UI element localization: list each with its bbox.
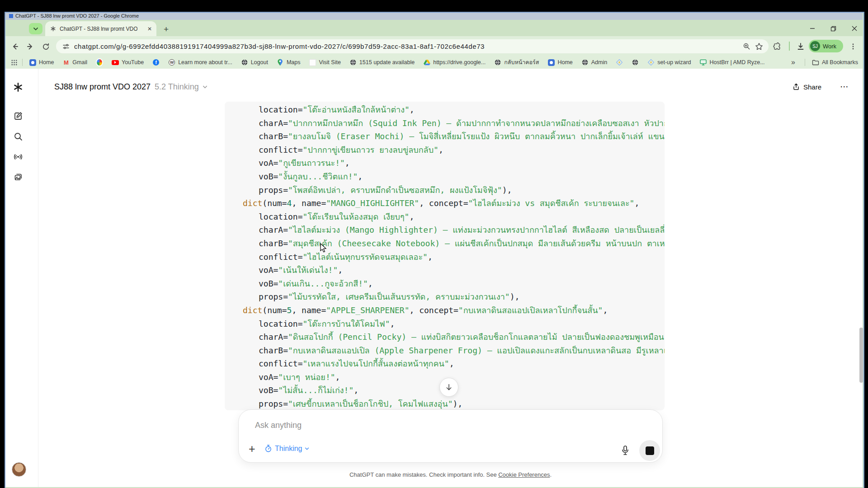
browser-menu-icon[interactable] [847,41,859,52]
share-label: Share [803,83,821,91]
address-bar[interactable]: chatgpt.com/g/g-6992efdd4038819191740499… [56,39,769,53]
all-bookmarks-button[interactable]: All Bookmarks [812,59,858,66]
bookmark-item[interactable]: MGmail [62,59,87,66]
back-button[interactable] [9,41,21,52]
microphone-icon [621,445,630,456]
chevron-down-icon [33,26,39,32]
bookmark-item[interactable]: Home [547,59,572,66]
zoom-icon[interactable] [743,42,750,50]
bookmark-label: Gmail [72,59,87,66]
bolt-icon [616,59,623,66]
minimize-button[interactable] [806,24,819,33]
library-icon[interactable] [12,171,24,183]
bookmark-label: Visit Site [319,59,340,66]
bookmark-label: Logout [251,59,268,66]
footer-text: ChatGPT can make mistakes. Check importa… [349,471,498,478]
bookmark-item[interactable]: WLearn more about tr... [168,59,232,66]
bookmark-item[interactable]: f [152,59,160,66]
footer-period: . [550,471,552,478]
mic-button[interactable] [619,444,631,457]
code-line: voB="งั้นกูลบ...ชีวิตแก!", [225,170,665,183]
bookmark-item[interactable]: 1515 update available [349,59,415,66]
conversation-menu-icon[interactable]: ⋯ [840,81,849,92]
active-tab[interactable]: ChatGPT - SJ88 lnw promt VDO ✕ [45,21,156,36]
close-window-button[interactable] [848,24,861,33]
stop-button[interactable] [639,440,660,461]
bookmark-label: YouTube [122,59,144,66]
photos-icon [96,59,103,66]
bookmark-label: Home [557,59,572,66]
bookmark-item[interactable]: Visit Site [309,59,340,66]
bookmark-item[interactable]: Maps [277,59,301,66]
user-avatar[interactable] [12,462,26,477]
reload-button[interactable] [40,41,52,52]
bolt-icon [647,59,655,66]
code-line: location="โต๊ะเรียนในห้องสมุด เงียบๆ", [225,210,665,224]
share-button[interactable]: Share [792,83,821,91]
chatgpt-favicon-icon [50,25,57,32]
bookmark-item[interactable]: https://drive.google... [423,59,486,66]
voice-mode-icon[interactable] [12,150,24,163]
os-window-title: ChatGPT - SJ88 lnw promt VDO 2027 - Goog… [15,13,139,19]
tab-title: ChatGPT - SJ88 lnw promt VDO [60,26,137,32]
scroll-to-bottom-button[interactable] [439,378,458,397]
composer-input[interactable]: Ask anything [255,421,302,430]
attach-plus-button[interactable]: + [249,442,255,455]
divider [22,59,23,66]
chatgpt-logo-icon [12,81,24,94]
bookmarks-overflow-chevron[interactable]: » [791,58,795,66]
drive-icon [423,59,430,66]
thinking-mode-button[interactable]: Thinking [264,444,310,453]
profile-name: Work [823,43,836,50]
bookmark-label: Home [39,59,54,66]
stop-square-icon [646,446,654,455]
tab-search-button[interactable] [29,23,42,34]
code-line: props="เศษขี้กบเหลาเป็นช็อกโกชิป, โคมไฟแ… [225,397,665,410]
code-line: charB="สมุดชีสเค้ก (Cheesecake Notebook)… [225,237,665,250]
url-text: chatgpt.com/g/g-6992efdd4038819191740499… [74,42,675,50]
forward-button[interactable] [24,41,36,52]
bookmark-label: https://drive.google... [433,59,486,66]
bookmark-item[interactable] [616,59,623,66]
code-line: conflict="เหลาแรงไปจนโปกกี้สั้นลงต่อหน้า… [225,357,665,371]
download-icon[interactable] [795,41,807,52]
apps-grid-icon[interactable] [11,59,18,66]
bookmark-label: set-up wizard [657,59,691,66]
bookmark-label: Admin [591,59,607,66]
divider [805,59,805,66]
bookmark-item[interactable]: YouTube [112,59,144,66]
new-chat-icon[interactable] [12,110,24,122]
bookmark-item[interactable] [96,59,103,66]
site-settings-icon[interactable] [62,43,70,50]
profile-chip[interactable]: SJ Work [809,40,843,52]
bookmark-item[interactable]: HostBrr | AMD Ryze... [700,59,765,66]
bookmark-item[interactable]: set-up wizard [647,59,691,66]
youtube-icon [112,59,119,66]
globe-icon [632,59,639,66]
bookmark-label: Maps [287,59,301,66]
restore-button[interactable] [826,24,840,33]
all-bookmarks-label: All Bookmarks [822,59,858,66]
tab-close-icon[interactable]: ✕ [147,26,152,32]
bookmark-item[interactable]: Home [29,59,54,66]
bookmarks-bar: HomeMGmailYouTubefWLearn more about tr..… [5,56,863,69]
bookmark-item[interactable]: Admin [581,59,607,66]
globe-icon [494,59,501,66]
arrow-down-icon [445,383,453,391]
bookmark-item[interactable]: Logout [241,59,268,66]
search-icon[interactable] [12,130,24,143]
bookmark-star-icon[interactable] [755,42,763,51]
extensions-icon[interactable] [771,41,783,52]
cookie-preferences-link[interactable]: Cookie Preferences [498,471,550,478]
home-app-icon [29,59,36,66]
chevron-down-icon [304,446,310,451]
conversation-header[interactable]: SJ88 lnw promt VDO 2027 5.2 Thinking [54,82,208,92]
new-tab-button[interactable]: + [164,24,169,34]
code-line: location="โต๊ะการบ้านใต้โคมไฟ", [225,317,665,331]
window-icon [9,14,13,18]
composer[interactable]: Ask anything + Thinking [238,409,663,463]
bookmark-item[interactable]: กลับหน้าคอร์ส [494,58,539,67]
scrollbar-thumb[interactable] [859,328,863,383]
code-line: charB="กบเหลาดินสอแอปเปิล (Apple Sharpen… [225,344,665,357]
bookmark-item[interactable] [632,59,639,66]
